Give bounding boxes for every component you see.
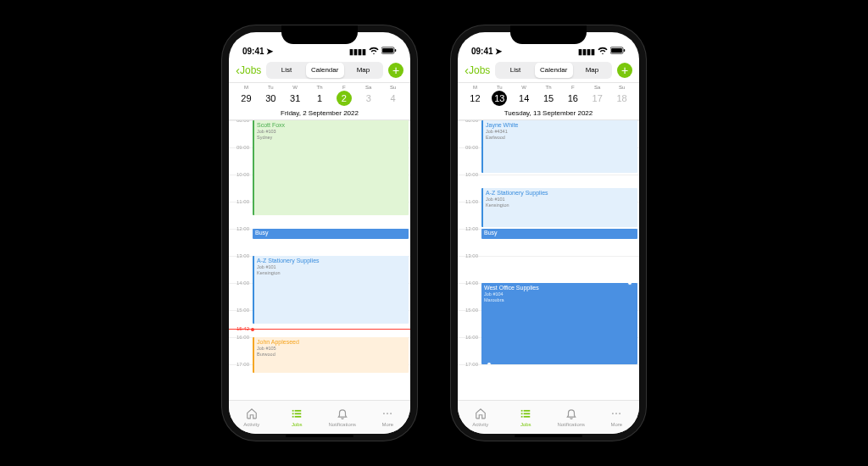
calendar-event[interactable]: Busy	[253, 229, 409, 239]
tab-label: Notifications	[328, 422, 356, 427]
svg-rect-4	[295, 410, 302, 412]
day-column[interactable]: Th 1	[308, 85, 332, 106]
plus-icon: +	[392, 64, 399, 76]
plus-icon: +	[621, 64, 628, 76]
segment-calendar[interactable]: Calendar	[535, 63, 573, 78]
day-column[interactable]: Su 18	[609, 85, 634, 106]
tab-notifications[interactable]: Notifications	[320, 401, 365, 434]
day-column[interactable]: M 12	[463, 85, 487, 106]
day-column[interactable]: F 2	[331, 85, 356, 106]
hour-label: 13:00	[459, 253, 478, 258]
calendar-event[interactable]: Scott Foxx Job #103Sydney	[253, 120, 409, 215]
view-segmented-control: ListCalendarMap	[495, 62, 612, 79]
back-button[interactable]: ‹ Jobs	[465, 63, 490, 77]
tab-activity[interactable]: Activity	[229, 401, 275, 434]
event-subtitle: Sydney	[257, 135, 406, 141]
segment-list[interactable]: List	[496, 63, 534, 78]
tab-jobs[interactable]: Jobs	[275, 401, 320, 434]
home-indicator[interactable]	[515, 435, 582, 437]
dots-icon	[610, 408, 622, 421]
svg-rect-2	[395, 49, 397, 52]
segment-list[interactable]: List	[267, 63, 305, 78]
segment-map[interactable]: Map	[344, 63, 382, 78]
day-number[interactable]: 3	[361, 91, 376, 106]
day-number[interactable]: 30	[263, 91, 278, 106]
tab-more[interactable]: More	[594, 401, 640, 434]
day-column[interactable]: Sa 17	[585, 85, 609, 106]
add-button[interactable]: +	[617, 63, 632, 78]
day-column[interactable]: Tu 13	[487, 85, 512, 106]
resize-handle-bottom[interactable]	[487, 362, 492, 364]
day-number[interactable]: 31	[287, 91, 303, 106]
tab-activity[interactable]: Activity	[458, 401, 504, 434]
event-subtitle: Job #103	[257, 129, 406, 135]
day-number[interactable]: 29	[238, 91, 253, 106]
date-header: Friday, 2 September 2022	[229, 106, 410, 120]
event-subtitle: Earlwood	[486, 135, 635, 141]
timeline[interactable]: 08:00 09:00 10:00 11:00 12:00 13:00 14:0…	[458, 120, 639, 400]
calendar-event[interactable]: A-Z Stationery Supplies Job #101Kensingt…	[481, 188, 637, 227]
segment-map[interactable]: Map	[573, 63, 611, 78]
hour-label: 10:00	[459, 172, 478, 177]
svg-rect-8	[295, 416, 302, 418]
tab-more[interactable]: More	[365, 401, 411, 434]
svg-point-10	[387, 413, 388, 414]
day-number[interactable]: 17	[590, 91, 605, 106]
tab-notifications[interactable]: Notifications	[548, 401, 594, 434]
day-column[interactable]: Sa 3	[356, 85, 381, 106]
day-number[interactable]: 1	[312, 91, 327, 106]
calendar-event[interactable]: John Appleseed Job #105Burwood	[253, 337, 409, 373]
hour-label: 08:00	[459, 120, 478, 123]
day-column[interactable]: Su 4	[381, 85, 405, 106]
event-subtitle: Maroubra	[484, 297, 635, 303]
timeline[interactable]: 08:00 09:00 10:00 11:00 12:00 13:00 14:0…	[229, 120, 410, 400]
hour-label: 15:00	[459, 308, 478, 313]
svg-rect-7	[292, 416, 294, 418]
day-column[interactable]: F 16	[560, 85, 585, 106]
day-number[interactable]: 14	[516, 91, 531, 106]
hour-label: 12:00	[231, 226, 249, 231]
hour-label: 10:00	[231, 172, 249, 177]
add-button[interactable]: +	[388, 63, 403, 78]
week-strip: M 12 Tu 13 W 14 Th 15 F 16 Sa 17 Su 18	[458, 83, 639, 106]
back-button[interactable]: ‹ Jobs	[236, 63, 261, 77]
calendar-event[interactable]: A-Z Stationery Supplies Job #101Kensingt…	[253, 256, 409, 324]
day-number[interactable]: 2	[337, 91, 352, 106]
hour-label: 08:00	[231, 120, 249, 123]
hour-label: 11:00	[231, 199, 249, 204]
status-icons: ▮▮▮▮	[349, 47, 397, 56]
day-of-week-label: M	[463, 85, 487, 90]
day-column[interactable]: W 31	[283, 85, 308, 106]
wifi-icon	[598, 47, 608, 56]
calendar-event[interactable]: Busy	[481, 229, 637, 239]
event-title: John Appleseed	[257, 339, 406, 346]
day-of-week-label: M	[234, 85, 259, 90]
day-number[interactable]: 18	[615, 91, 630, 106]
hour-label: 12:00	[459, 226, 478, 231]
day-number[interactable]: 15	[541, 91, 556, 106]
day-number[interactable]: 13	[492, 91, 507, 106]
day-of-week-label: Th	[308, 85, 332, 90]
day-of-week-label: Th	[537, 85, 561, 90]
day-column[interactable]: Th 15	[537, 85, 561, 106]
wifi-icon	[369, 47, 379, 56]
calendar-event[interactable]: Jayne White Job #4341Earlwood	[481, 120, 637, 173]
week-strip: M 29 Tu 30 W 31 Th 1 F 2 Sa 3 Su 4	[229, 83, 410, 106]
day-column[interactable]: Tu 30	[259, 85, 283, 106]
day-number[interactable]: 12	[467, 91, 482, 106]
day-of-week-label: Sa	[356, 85, 381, 90]
day-number[interactable]: 4	[386, 91, 401, 106]
day-number[interactable]: 16	[565, 91, 581, 106]
tab-jobs[interactable]: Jobs	[504, 401, 549, 434]
segment-calendar[interactable]: Calendar	[306, 63, 344, 78]
svg-rect-13	[611, 48, 622, 53]
day-column[interactable]: W 14	[512, 85, 537, 106]
svg-point-9	[383, 413, 385, 414]
phone-notch	[510, 25, 587, 44]
home-icon	[246, 408, 258, 421]
phone-frame: 09:41 ➤ ▮▮▮▮ ‹ Jobs ListCalendarMap + M …	[451, 25, 646, 441]
calendar-event[interactable]: West Office Supplies Job #104Maroubra	[481, 283, 637, 364]
hour-label: 14:00	[459, 280, 478, 286]
day-column[interactable]: M 29	[234, 85, 259, 106]
home-indicator[interactable]	[286, 435, 353, 437]
